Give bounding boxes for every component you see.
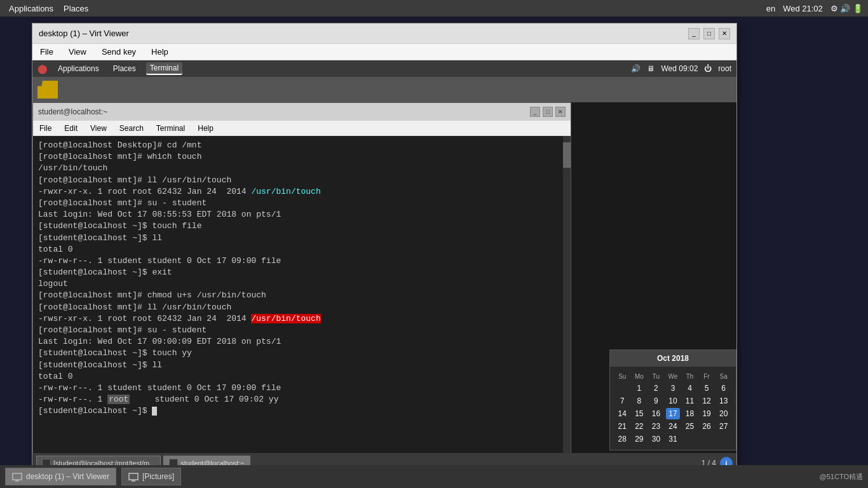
term-line: [root@localhost mnt]# which touch bbox=[38, 151, 566, 163]
monitor-icon bbox=[12, 473, 22, 480]
virt-viewer-close-button[interactable]: ✕ bbox=[719, 28, 730, 39]
inner-places-menu[interactable]: Places bbox=[109, 63, 140, 74]
term-line: [student@localhost ~]$ touch yy bbox=[38, 348, 566, 359]
outer-task-label-1: desktop (1) – Virt Viewer bbox=[26, 472, 109, 481]
term-prompt: [student@localhost ~]$ bbox=[38, 405, 566, 417]
folder-icon bbox=[37, 81, 58, 98]
terminal-minimize-button[interactable]: _ bbox=[530, 107, 540, 117]
terminal-scrollbar-thumb[interactable] bbox=[563, 142, 571, 168]
outer-task-virt-viewer[interactable]: desktop (1) – Virt Viewer bbox=[5, 468, 116, 485]
term-line: [root@localhost mnt]# su - student bbox=[38, 198, 566, 209]
virt-help-menu[interactable]: Help bbox=[149, 46, 171, 58]
term-line: [student@localhost ~]$ touch file bbox=[38, 220, 566, 232]
inner-top-bar: ⬤ Applications Places Terminal 🔊 🖥 Wed 0… bbox=[32, 60, 736, 77]
virt-viewer-menu-bar: File View Send key Help bbox=[32, 44, 736, 60]
inner-power-icon: ⏻ bbox=[704, 64, 712, 73]
term-line: Last login: Wed Oct 17 09:00:09 EDT 2018… bbox=[38, 336, 566, 348]
virt-file-menu[interactable]: File bbox=[37, 46, 56, 58]
inner-bar-right: 🔊 🖥 Wed 09:02 ⏻ root bbox=[631, 64, 731, 73]
virt-view-menu[interactable]: View bbox=[66, 46, 89, 58]
term-line: -rwsr-xr-x. 1 root root 62432 Jan 24 201… bbox=[38, 313, 566, 325]
term-line: [student@localhost ~]$ ll bbox=[38, 233, 566, 244]
terminal-title: student@localhost:~ bbox=[38, 107, 107, 116]
monitor-icon-2 bbox=[128, 473, 139, 480]
calendar-body: Su Mo Tu We Th Fr Sa 1 2 3 4 5 bbox=[610, 367, 736, 450]
virt-sendkey-menu[interactable]: Send key bbox=[99, 46, 139, 58]
terminal-close-button[interactable]: ✕ bbox=[555, 107, 566, 117]
file-manager-bar bbox=[32, 77, 736, 102]
inner-volume-icon[interactable]: 🔊 bbox=[631, 64, 641, 73]
term-line: [root@localhost mnt]# ll /usr/bin/touch bbox=[38, 175, 566, 186]
cal-header-fr: Fr bbox=[700, 372, 714, 381]
inner-user: root bbox=[718, 64, 731, 73]
calendar-popup: Oct 2018 Su Mo Tu We Th Fr Sa 1 2 bbox=[609, 349, 736, 451]
system-icons: ⚙ 🔊 🔋 bbox=[831, 4, 863, 13]
inner-terminal-menu[interactable]: Terminal bbox=[146, 62, 182, 75]
desktop-area: desktop (1) – Virt Viewer _ □ ✕ File Vie… bbox=[0, 17, 868, 488]
term-line: [student@localhost ~]$ exit bbox=[38, 267, 566, 278]
terminal-menu-bar: File Edit View Search Terminal Help bbox=[33, 121, 571, 136]
virt-viewer-title-bar: desktop (1) – Virt Viewer _ □ ✕ bbox=[32, 24, 736, 44]
cal-week-2: 7 8 9 10 11 12 13 bbox=[614, 395, 732, 407]
system-bar: Applications Places en Wed 21:02 ⚙ 🔊 🔋 bbox=[0, 0, 868, 17]
terminal-window-controls: _ □ ✕ bbox=[530, 107, 566, 117]
inner-applications-menu[interactable]: Applications bbox=[54, 63, 103, 74]
terminal-view-menu[interactable]: View bbox=[88, 123, 109, 133]
cal-header-mo: Mo bbox=[632, 372, 646, 381]
term-line: [root@localhost Desktop]# cd /mnt bbox=[38, 140, 566, 151]
term-line: logout bbox=[38, 278, 566, 290]
places-menu[interactable]: Places bbox=[60, 3, 92, 15]
terminal-restore-button[interactable]: □ bbox=[543, 107, 553, 117]
term-line: -rw-rw-r--. 1 root student 0 Oct 17 09:0… bbox=[38, 394, 566, 405]
cal-header-tu: Tu bbox=[649, 372, 663, 381]
terminal-help-menu[interactable]: Help bbox=[195, 123, 216, 133]
term-line: total 0 bbox=[38, 371, 566, 383]
cal-header-th: Th bbox=[683, 372, 697, 381]
virt-viewer-minimize-button[interactable]: _ bbox=[688, 28, 700, 39]
term-line: [root@localhost mnt]# ll /usr/bin/touch bbox=[38, 302, 566, 313]
term-line: Last login: Wed Oct 17 08:55:53 EDT 2018… bbox=[38, 209, 566, 220]
vm-content: ⬤ Applications Places Terminal 🔊 🖥 Wed 0… bbox=[32, 60, 736, 473]
virt-viewer-title: desktop (1) – Virt Viewer bbox=[39, 29, 129, 38]
cal-week-1: 1 2 3 4 5 6 bbox=[614, 383, 732, 394]
branding: @51CTO精通 bbox=[820, 472, 863, 482]
term-link-red: /usr/bin/touch bbox=[251, 314, 320, 323]
term-root-highlight: root bbox=[107, 395, 130, 404]
term-line: -rw-rw-r--. 1 student student 0 Oct 17 0… bbox=[38, 255, 566, 267]
calendar-header: Oct 2018 bbox=[610, 350, 736, 367]
terminal-terminal-menu[interactable]: Terminal bbox=[154, 123, 187, 133]
cal-header-sa: Sa bbox=[717, 372, 731, 381]
fedora-icon: ⬤ bbox=[37, 64, 48, 74]
term-link-cyan: /usr/bin/touch bbox=[251, 187, 320, 196]
language-indicator[interactable]: en bbox=[766, 4, 775, 13]
virt-viewer-maximize-button[interactable]: □ bbox=[703, 28, 715, 39]
outer-bottom-bar: desktop (1) – Virt Viewer [Pictures] @51… bbox=[0, 465, 868, 488]
cal-day-17-highlight[interactable]: 17 bbox=[666, 408, 680, 419]
term-line: -rw-rw-r--. 1 student student 0 Oct 17 0… bbox=[38, 383, 566, 394]
outer-task-label-2: [Pictures] bbox=[142, 472, 174, 481]
virt-viewer-window-controls: _ □ ✕ bbox=[688, 28, 730, 39]
outer-task-pictures[interactable]: [Pictures] bbox=[121, 468, 181, 485]
cal-week-4: 21 22 23 24 25 26 27 bbox=[614, 421, 732, 432]
term-line: total 0 bbox=[38, 244, 566, 255]
applications-menu[interactable]: Applications bbox=[5, 3, 57, 15]
terminal-window: student@localhost:~ _ □ ✕ File Edit View… bbox=[32, 102, 571, 466]
inner-time: Wed 09:02 bbox=[661, 64, 698, 73]
virt-viewer-window: desktop (1) – Virt Viewer _ □ ✕ File Vie… bbox=[32, 23, 737, 474]
terminal-file-menu[interactable]: File bbox=[37, 123, 54, 133]
terminal-scrollbar[interactable] bbox=[563, 136, 571, 465]
cal-header-we: We bbox=[666, 372, 680, 381]
terminal-body[interactable]: [root@localhost Desktop]# cd /mnt [root@… bbox=[33, 136, 571, 465]
terminal-search-menu[interactable]: Search bbox=[117, 123, 146, 133]
term-line: [root@localhost mnt]# su - student bbox=[38, 325, 566, 336]
terminal-edit-menu[interactable]: Edit bbox=[62, 123, 80, 133]
term-line: [student@localhost ~]$ ll bbox=[38, 360, 566, 371]
term-line: [root@localhost mnt]# chmod u+s /usr/bin… bbox=[38, 290, 566, 301]
inner-screen-icon: 🖥 bbox=[647, 64, 654, 73]
system-bar-right: en Wed 21:02 ⚙ 🔊 🔋 bbox=[766, 4, 863, 13]
cal-header-su: Su bbox=[615, 372, 629, 381]
cal-week-5: 28 29 30 31 bbox=[614, 433, 732, 445]
system-clock: Wed 21:02 bbox=[783, 4, 823, 13]
calendar-days-header: Su Mo Tu We Th Fr Sa bbox=[614, 372, 732, 381]
inner-bar-left: ⬤ Applications Places Terminal bbox=[37, 62, 182, 75]
